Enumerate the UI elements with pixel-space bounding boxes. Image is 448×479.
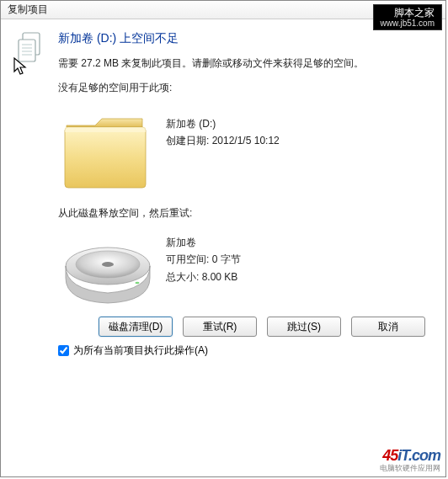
apply-all-row: 为所有当前项目执行此操作(A) <box>16 343 430 358</box>
drive-block: 新加卷 可用空间: 0 字节 总大小: 8.00 KB <box>58 229 430 305</box>
skip-button[interactable]: 跳过(S) <box>267 317 341 337</box>
copy-icon-wrap <box>16 31 51 67</box>
drive-info: 新加卷 可用空间: 0 字节 总大小: 8.00 KB <box>157 229 241 285</box>
dialog-window: 复制项目 <box>0 0 446 477</box>
button-row: 磁盘清理(D) 重试(R) 跳过(S) 取消 <box>16 317 430 337</box>
watermark-top: 脚本之家 www.jb51.com <box>373 4 442 30</box>
drive-icon <box>58 229 157 305</box>
drive-total: 总大小: 8.00 KB <box>166 269 241 285</box>
apply-all-label: 为所有当前项目执行此操作(A) <box>73 343 208 358</box>
disk-cleanup-button[interactable]: 磁盘清理(D) <box>99 317 173 337</box>
svg-rect-7 <box>65 127 146 132</box>
drive-free: 可用空间: 0 字节 <box>166 251 241 268</box>
folder-block: 新加卷 (D:) 创建日期: 2012/1/5 10:12 <box>58 110 430 194</box>
cancel-button[interactable]: 取消 <box>351 317 425 337</box>
dialog-content: 新加卷 (D:) 上空间不足 需要 27.2 MB 来复制此项目。请删除或移动文… <box>1 19 445 366</box>
watermark-bottom: 45iT.com 电脑软硬件应用网 <box>380 448 440 473</box>
watermark-top-name: 脚本之家 <box>381 7 435 19</box>
folder-info: 新加卷 (D:) 创建日期: 2012/1/5 10:12 <box>157 110 280 150</box>
heading: 新加卷 (D:) 上空间不足 <box>58 31 430 46</box>
message: 需要 27.2 MB 来复制此项目。请删除或移动文件来获得足够的空间。 <box>58 56 430 71</box>
svg-point-11 <box>136 282 140 285</box>
top-row: 新加卷 (D:) 上空间不足 需要 27.2 MB 来复制此项目。请删除或移动文… <box>16 31 430 104</box>
watermark-bottom-brand: 45iT.com <box>380 448 440 465</box>
retry-button[interactable]: 重试(R) <box>183 317 257 337</box>
apply-all-checkbox[interactable] <box>58 345 69 356</box>
folder-name: 新加卷 (D:) <box>166 115 280 132</box>
no-space-label: 没有足够的空间用于此项: <box>58 81 430 95</box>
window-title: 复制项目 <box>8 3 48 17</box>
folder-icon <box>58 110 157 194</box>
drive-name: 新加卷 <box>166 234 241 251</box>
watermark-top-url: www.jb51.com <box>381 19 435 29</box>
svg-point-10 <box>102 262 114 267</box>
folder-created: 创建日期: 2012/1/5 10:12 <box>166 132 280 149</box>
message-column: 新加卷 (D:) 上空间不足 需要 27.2 MB 来复制此项目。请删除或移动文… <box>51 31 430 104</box>
free-space-label: 从此磁盘释放空间，然后重试: <box>58 206 430 221</box>
watermark-bottom-tag: 电脑软硬件应用网 <box>380 465 440 473</box>
cursor-icon <box>13 56 29 77</box>
svg-rect-6 <box>65 127 146 188</box>
